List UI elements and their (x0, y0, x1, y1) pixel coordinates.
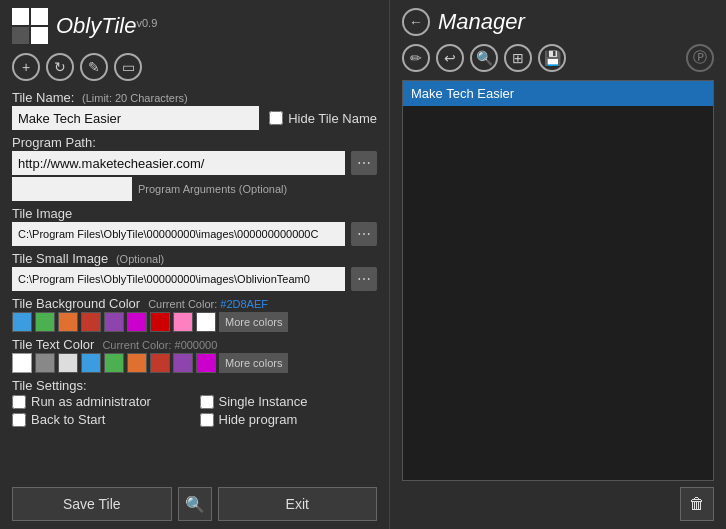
manager-save-button[interactable]: 💾 (538, 44, 566, 72)
swatch-blue[interactable] (12, 312, 32, 332)
tile-bg-color-header: Tile Background Color Current Color: #2D… (12, 296, 377, 312)
tile-image-section: Tile Image ⋯ (12, 206, 377, 246)
logo-tile-1 (12, 8, 29, 25)
tile-text-current-color: Current Color: #000000 (102, 339, 217, 351)
swatch-white[interactable] (196, 312, 216, 332)
list-item[interactable]: Make Tech Easier (403, 81, 713, 106)
tile-bg-color-swatches: More colors (12, 312, 377, 332)
tile-image-input[interactable] (12, 222, 345, 246)
swatch-red[interactable] (150, 312, 170, 332)
program-args-input[interactable] (12, 177, 132, 201)
edit-button[interactable]: ✎ (80, 53, 108, 81)
logo-tile-3 (12, 27, 29, 44)
single-instance-row[interactable]: Single Instance (200, 394, 378, 409)
manager-header: ← Manager (402, 8, 714, 36)
tile-settings-label: Tile Settings: (12, 378, 377, 393)
back-to-start-row[interactable]: Back to Start (12, 412, 190, 427)
save-tile-button[interactable]: Save Tile (12, 487, 172, 521)
manager-p-button[interactable]: Ⓟ (686, 44, 714, 72)
app-logo (12, 8, 48, 44)
tile-image-label: Tile Image (12, 206, 377, 221)
folder-button[interactable]: ▭ (114, 53, 142, 81)
program-path-row: ⋯ (12, 151, 377, 175)
text-swatch-gray[interactable] (35, 353, 55, 373)
program-path-label: Program Path: (12, 135, 377, 150)
tile-image-more-button[interactable]: ⋯ (351, 222, 377, 246)
tile-list[interactable]: Make Tech Easier (402, 80, 714, 481)
refresh-button[interactable]: ↻ (46, 53, 74, 81)
swatch-green[interactable] (35, 312, 55, 332)
program-args-label: Program Arguments (Optional) (138, 183, 287, 195)
hide-tile-name-checkbox[interactable] (269, 111, 283, 125)
tile-text-color-section: Tile Text Color Current Color: #000000 M… (12, 337, 377, 373)
text-swatch-lightgray[interactable] (58, 353, 78, 373)
hide-tile-name-row[interactable]: Hide Tile Name (269, 111, 377, 126)
text-swatch-blue[interactable] (81, 353, 101, 373)
text-swatch-darkred[interactable] (150, 353, 170, 373)
back-button[interactable]: ← (402, 8, 430, 36)
run-as-admin-row[interactable]: Run as administrator (12, 394, 190, 409)
run-as-admin-checkbox[interactable] (12, 395, 26, 409)
text-swatch-purple[interactable] (173, 353, 193, 373)
swatch-pink[interactable] (173, 312, 193, 332)
swatch-magenta[interactable] (127, 312, 147, 332)
text-swatch-magenta[interactable] (196, 353, 216, 373)
manager-search-button[interactable]: 🔍 (470, 44, 498, 72)
program-path-section: Program Path: ⋯ Program Arguments (Optio… (12, 135, 377, 201)
program-args-row: Program Arguments (Optional) (12, 177, 377, 201)
back-to-start-checkbox[interactable] (12, 413, 26, 427)
tile-small-image-input[interactable] (12, 267, 345, 291)
program-path-input[interactable] (12, 151, 345, 175)
right-panel: ← Manager ✏ ↩ 🔍 ⊞ 💾 Ⓟ Make Tech Easier 🗑 (390, 0, 726, 529)
tile-bg-color-section: Tile Background Color Current Color: #2D… (12, 296, 377, 332)
left-panel: OblyTilev0.9 + ↻ ✎ ▭ Tile Name: (Limit: … (0, 0, 390, 529)
manager-edit-button[interactable]: ✏ (402, 44, 430, 72)
single-instance-checkbox[interactable] (200, 395, 214, 409)
exit-button[interactable]: Exit (218, 487, 378, 521)
tile-name-section: Tile Name: (Limit: 20 Characters) Hide T… (12, 90, 377, 130)
bg-more-colors-button[interactable]: More colors (219, 312, 288, 332)
tile-text-color-header: Tile Text Color Current Color: #000000 (12, 337, 377, 353)
hide-program-row[interactable]: Hide program (200, 412, 378, 427)
top-toolbar: + ↻ ✎ ▭ (12, 53, 377, 81)
tile-text-color-swatches: More colors (12, 353, 377, 373)
app-title: OblyTilev0.9 (56, 13, 157, 39)
manager-toolbar: ✏ ↩ 🔍 ⊞ 💾 Ⓟ (402, 44, 714, 72)
program-path-more-button[interactable]: ⋯ (351, 151, 377, 175)
bottom-bar: Save Tile 🔍 Exit (12, 481, 377, 521)
bottom-right: 🗑 (402, 481, 714, 521)
tile-name-label: Tile Name: (Limit: 20 Characters) (12, 90, 377, 105)
swatch-orange[interactable] (58, 312, 78, 332)
manager-undo-button[interactable]: ↩ (436, 44, 464, 72)
manager-title: Manager (438, 9, 525, 35)
swatch-purple[interactable] (104, 312, 124, 332)
logo-tile-4 (31, 27, 48, 44)
manager-windows-button[interactable]: ⊞ (504, 44, 532, 72)
add-button[interactable]: + (12, 53, 40, 81)
swatch-darkred[interactable] (81, 312, 101, 332)
text-swatch-green[interactable] (104, 353, 124, 373)
text-swatch-white[interactable] (12, 353, 32, 373)
logo-tile-2 (31, 8, 48, 25)
tile-small-image-label: Tile Small Image (Optional) (12, 251, 377, 266)
text-more-colors-button[interactable]: More colors (219, 353, 288, 373)
search-button[interactable]: 🔍 (178, 487, 212, 521)
tile-settings-grid: Run as administrator Single Instance Bac… (12, 394, 377, 427)
tile-small-image-more-button[interactable]: ⋯ (351, 267, 377, 291)
tile-settings-section: Tile Settings: Run as administrator Sing… (12, 378, 377, 427)
tile-bg-current-color: Current Color: #2D8AEF (148, 298, 268, 310)
app-header: OblyTilev0.9 (12, 8, 377, 44)
tile-image-row: ⋯ (12, 222, 377, 246)
tile-name-row: Hide Tile Name (12, 106, 377, 130)
delete-button[interactable]: 🗑 (680, 487, 714, 521)
hide-program-checkbox[interactable] (200, 413, 214, 427)
tile-name-input[interactable] (12, 106, 259, 130)
text-swatch-orange[interactable] (127, 353, 147, 373)
tile-small-image-section: Tile Small Image (Optional) ⋯ (12, 251, 377, 291)
tile-small-image-row: ⋯ (12, 267, 377, 291)
